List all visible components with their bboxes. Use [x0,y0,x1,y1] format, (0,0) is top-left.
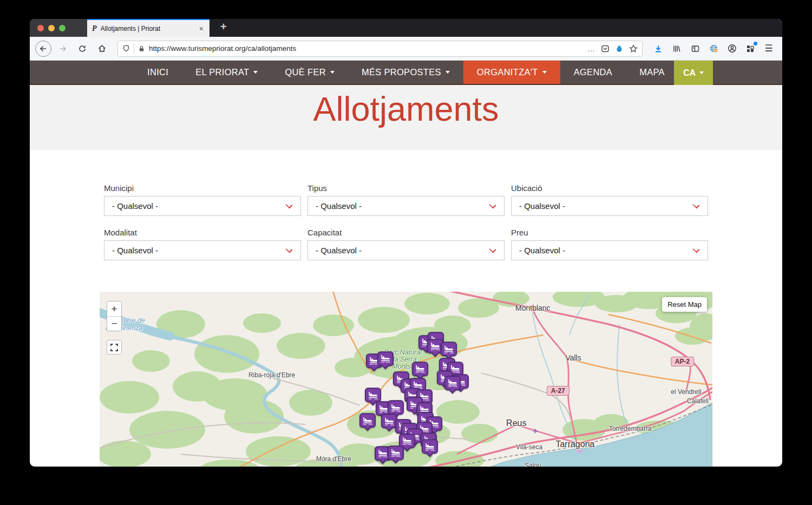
tracking-shield-icon[interactable] [122,44,130,53]
browser-toolbar: https://www.turismepriorat.org/ca/allotj… [30,37,782,61]
reload-button[interactable] [74,41,90,57]
map-marker-accommodation[interactable] [441,342,457,358]
map-zoom-control: + − [107,301,122,331]
filter-ubicacio: Ubicació - Qualsevol - [511,183,708,216]
nav-item-inici[interactable]: INICI [134,61,182,84]
page-actions-icon[interactable]: … [587,44,595,53]
fullscreen-button[interactable] [107,340,122,355]
airport-icon: ✈ [532,427,538,435]
reset-map-button[interactable]: Reset Map [662,297,707,312]
chevron-down-icon [446,71,450,74]
extensions-grid-icon [746,44,755,53]
forward-button[interactable] [55,41,71,57]
map-marker-accommodation[interactable] [388,445,404,462]
chevron-down-icon [489,246,496,253]
new-tab-button[interactable]: + [217,21,230,33]
map-label: Riba-roja d'Ebre [248,371,295,379]
select-value: - Qualsevol - [112,201,158,211]
reload-icon [78,44,87,53]
notification-dot [754,42,757,45]
menu-button[interactable]: ☰ [761,41,777,57]
chevron-down-icon [699,71,704,74]
nav-label: MAPA [639,67,665,77]
bookmark-star-icon[interactable] [629,44,638,53]
language-label: CA [683,68,696,78]
translate-extension-button[interactable] [705,41,722,57]
filter-label: Preu [511,228,708,237]
filter-capacitat: Capacitat - Qualsevol - [307,228,505,260]
close-window-button[interactable] [37,25,44,31]
chevron-down-icon [489,202,496,209]
tab-close-icon[interactable]: × [198,24,205,33]
preu-select[interactable]: - Qualsevol - [511,240,708,260]
zoom-in-button[interactable]: + [107,301,121,316]
nav-item-que-fer[interactable]: QUÈ FER [271,61,348,84]
tipus-select[interactable]: - Qualsevol - [307,196,505,216]
capacitat-select[interactable]: - Qualsevol - [307,240,505,260]
nav-item-mapa[interactable]: MAPA [626,61,678,84]
select-value: - Qualsevol - [112,246,158,255]
nav-label: MÉS PROPOSTES [362,67,441,77]
language-selector[interactable]: CA [674,61,713,85]
filter-label: Ubicació [511,183,708,193]
map-marker-accommodation[interactable] [444,376,461,392]
browser-tab[interactable]: P Allotjaments | Priorat × [87,19,209,37]
zoom-window-button[interactable] [59,25,66,31]
page-title: Allotjaments [30,85,782,128]
chevron-down-icon [542,71,547,74]
nav-label: ORGANITZA'T [477,67,538,77]
url-text[interactable]: https://www.turismepriorat.org/ca/allotj… [149,44,584,53]
select-value: - Qualsevol - [316,246,362,255]
select-value: - Qualsevol - [519,201,565,211]
nav-label: AGENDA [574,67,612,77]
favicon: P [92,24,97,33]
municipi-select[interactable]: - Qualsevol - [104,196,301,216]
minimize-window-button[interactable] [48,25,55,31]
sidebar-button[interactable] [687,41,703,57]
account-button[interactable] [724,41,740,57]
map-label: Valls [565,353,581,362]
ubicacio-select[interactable]: - Qualsevol - [511,196,708,216]
url-bar[interactable]: https://www.turismepriorat.org/ca/allotj… [117,41,643,57]
nav-item-el-priorat[interactable]: EL PRIORAT [182,61,271,84]
downloads-button[interactable] [650,41,666,57]
road-badge: A-27 [547,386,569,396]
drupal-extension-icon[interactable] [615,44,624,53]
map-marker-accommodation[interactable] [359,413,376,430]
home-button[interactable] [94,41,110,57]
map-marker-accommodation[interactable] [377,351,394,368]
pocket-icon[interactable] [601,44,610,53]
map-marker-accommodation[interactable] [422,439,438,456]
filter-modalitat: Modalitat - Qualsevol - [104,228,301,260]
map-label: Móra d'Ebre [316,455,351,463]
tab-bar: P Allotjaments | Priorat × + [30,19,782,37]
window-controls [37,25,66,31]
zoom-out-button[interactable]: − [107,316,121,331]
forward-arrow-icon [58,44,67,53]
nav-item-agenda[interactable]: AGENDA [560,61,626,84]
account-icon [728,44,737,53]
modalitat-select[interactable]: - Qualsevol - [104,240,301,260]
filter-label: Capacitat [307,228,505,237]
nav-item-mes-propostes[interactable]: MÉS PROPOSTES [348,61,463,84]
library-button[interactable] [669,41,685,57]
filter-tipus: Tipus - Qualsevol - [307,183,505,216]
chevron-down-icon [330,71,335,74]
accommodations-map[interactable]: MontblancVallsReusTarragonaVila-secaSalo… [100,292,712,467]
chevron-down-icon [286,246,293,253]
back-arrow-icon [39,44,48,53]
lock-icon [138,45,145,53]
site-navigation: INICI EL PRIORAT QUÈ FER MÉS PROPOSTES O… [30,61,782,85]
filters-section: Municipi - Qualsevol - Tipus - Qualsevol… [104,183,708,260]
nav-label: QUÈ FER [285,67,325,77]
nav-item-organitzat[interactable]: ORGANITZA'T [463,61,560,84]
extensions-button[interactable] [742,41,758,57]
map-label: Tarragona [555,440,594,449]
globe-extension-icon [709,44,718,53]
road-badge: AP-2 [671,357,694,366]
filter-label: Modalitat [104,228,301,237]
map-label: Reus [506,418,526,428]
back-button[interactable] [35,41,51,57]
chevron-down-icon [693,202,700,209]
map-marker-accommodation[interactable] [412,362,428,378]
